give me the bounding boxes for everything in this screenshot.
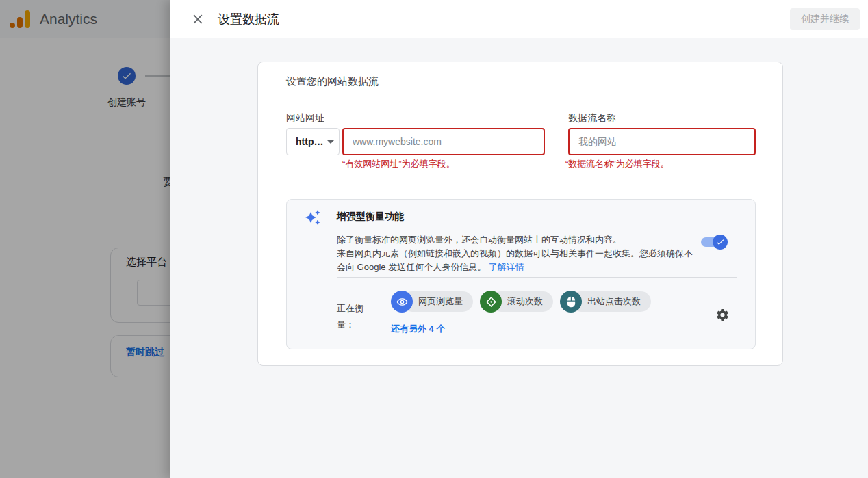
modal-header: 设置数据流 创建并继续: [170, 0, 868, 38]
enhanced-measurement-box: 增强型衡量功能 除了衡量标准的网页浏览量外，还会自动衡量网站上的互动情况和内容。…: [286, 199, 756, 349]
create-and-continue-button[interactable]: 创建并继续: [790, 8, 860, 30]
website-url-input[interactable]: [342, 128, 545, 155]
chevron-down-icon: [327, 140, 334, 144]
stream-name-input[interactable]: [568, 128, 756, 155]
protocol-value: http…: [296, 136, 323, 147]
website-stream-card: 设置您的网站数据流 网站网址 数据流名称 http… “有效网站网址”为必填字段…: [257, 62, 783, 366]
chip-scrolls: 滚动次数: [480, 291, 553, 313]
measuring-chips: 网页浏览量 滚动次数 出站点击次数: [391, 291, 651, 313]
close-icon[interactable]: [190, 12, 205, 27]
mouse-icon: [560, 291, 582, 313]
card-title: 设置您的网站数据流: [286, 62, 379, 101]
scroll-icon: [480, 291, 502, 313]
chip-pageviews: 网页浏览量: [391, 291, 473, 313]
card-divider: [258, 101, 782, 101]
chip-outbound-clicks: 出站点击次数: [560, 291, 651, 313]
toggle-check-icon: [713, 235, 728, 250]
more-events-link[interactable]: 还有另外 4 个: [391, 323, 445, 335]
learn-more-link[interactable]: 了解详情: [489, 262, 524, 272]
setup-data-stream-modal: 设置数据流 创建并继续 设置您的网站数据流 网站网址 数据流名称 http… “…: [170, 0, 868, 478]
website-url-error: “有效网站网址”为必填字段。: [342, 158, 455, 170]
enhanced-description-line1: 除了衡量标准的网页浏览量外，还会自动衡量网站上的互动情况和内容。: [337, 234, 622, 246]
chip-outbound-clicks-label: 出站点击次数: [571, 291, 651, 312]
website-url-label: 网站网址: [286, 112, 324, 124]
sparkle-icon: [305, 209, 321, 226]
enhanced-measurement-toggle[interactable]: [701, 237, 726, 247]
eye-icon: [391, 291, 413, 313]
modal-title: 设置数据流: [218, 0, 279, 38]
protocol-select[interactable]: http…: [286, 128, 340, 155]
measuring-label: 正在衡量：: [337, 300, 370, 333]
enhanced-divider: [337, 277, 737, 278]
enhanced-description-line2: 来自网页内元素（例如链接和嵌入的视频）的数据可以与相关事件一起收集。您必须确保不…: [337, 247, 695, 274]
stream-name-label: 数据流名称: [568, 112, 616, 124]
stream-name-error: “数据流名称”为必填字段。: [565, 158, 669, 170]
gear-icon[interactable]: [713, 306, 732, 326]
enhanced-measurement-title: 增强型衡量功能: [337, 211, 404, 223]
screen: Analytics 创建账号 要 选择平台 暂时跳过 设置数据流 创建并继续 设…: [0, 0, 868, 478]
